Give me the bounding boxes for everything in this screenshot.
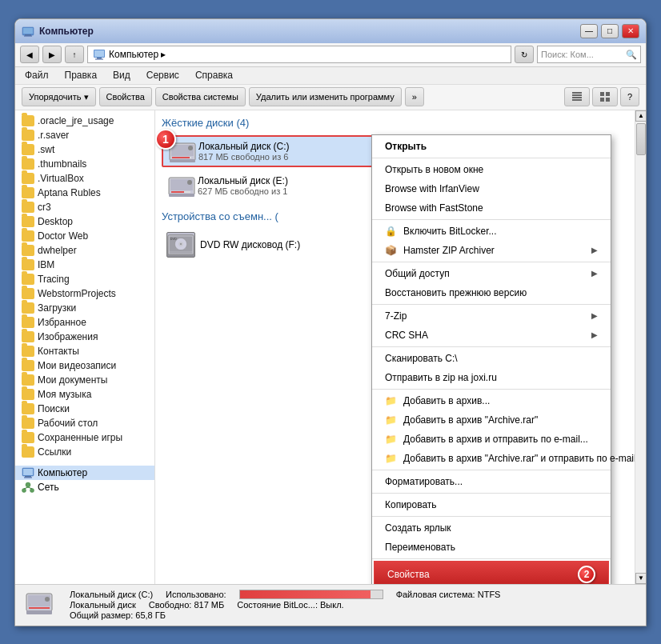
ctx-copy[interactable]: Копировать [372,495,611,514]
ctx-add-archive[interactable]: 📁 Добавить в архив... [372,391,611,410]
sidebar-item-network[interactable]: Сеть [15,480,154,494]
sidebar-item-savedgames[interactable]: Сохраненные игры [15,430,154,445]
ctx-add-archive-rar[interactable]: 📁 Добавить в архив "Archive.rar" [372,410,611,430]
scroll-thumb[interactable] [636,123,646,155]
sidebar-item-cr3[interactable]: cr3 [15,200,154,214]
sidebar-item-webstorm[interactable]: WebstormProjects [15,286,154,301]
status-used-label: Использовано: [166,590,226,599]
svg-rect-15 [606,98,610,102]
sidebar-item-videos[interactable]: Мои видеозаписи [15,358,154,373]
menu-file[interactable]: Файл [22,68,52,82]
ctx-format[interactable]: Форматировать... [372,472,611,491]
sidebar-item-images[interactable]: Изображения [15,330,154,344]
folder-icon [22,245,34,256]
sidebar-item-virtualbox[interactable]: .VirtualBox [15,171,154,186]
up-button[interactable]: ↑ [65,46,84,63]
network-label: Сеть [38,482,59,493]
sidebar-item-downloads[interactable]: Загрузки [15,301,154,315]
sidebar-item-rsaver[interactable]: .r.saver [15,128,154,142]
badge-2: 2 [578,566,595,583]
maximize-button[interactable]: □ [601,24,619,38]
svg-rect-3 [24,35,32,36]
ctx-sep-3 [372,262,611,262]
menu-edit[interactable]: Правка [62,68,101,82]
forward-button[interactable]: ▶ [42,46,62,63]
ctx-7zip[interactable]: 7-Zip ▶ [372,306,611,326]
sidebar-item-oracle[interactable]: .oracle_jre_usage [15,114,154,128]
close-button[interactable]: ✕ [622,24,639,38]
svg-text:DVD: DVD [170,238,177,241]
organize-button[interactable]: Упорядочить ▾ [22,87,96,106]
sidebar-item-doctorweb[interactable]: Doctor Web [15,229,154,243]
ctx-browse-irfan[interactable]: Browse with IrfanView [372,179,611,198]
svg-rect-12 [600,92,604,96]
rar-icon: 📁 [385,414,397,426]
title-bar-controls: — □ ✕ [580,24,639,38]
back-button[interactable]: ◀ [20,46,39,63]
ctx-joxi[interactable]: Отправить в zip на joxi.ru [372,368,611,387]
drive-e-name: Локальный диск (E:) [198,175,288,186]
sidebar-item-ibm[interactable]: IBM [15,258,154,272]
ctx-rename[interactable]: Переименовать [372,538,611,557]
vertical-scrollbar[interactable]: ▲ ▼ [635,110,646,584]
folder-icon [22,317,34,328]
drive-e[interactable]: Локальный диск (E:) 627 МБ свободно из 1 [162,170,394,201]
ctx-browse-fast[interactable]: Browse with FastStone [372,198,611,218]
properties-button[interactable]: Свойства [99,87,152,106]
sidebar-item-tracing[interactable]: Tracing [15,272,154,286]
ctx-crcsha[interactable]: CRC SHA ▶ [372,326,611,345]
minimize-button[interactable]: — [580,24,598,38]
address-input[interactable]: Компьютер ▸ [87,46,511,63]
menu-help[interactable]: Справка [192,68,236,82]
ctx-scan[interactable]: Сканировать C:\ [372,349,611,368]
status-total-label: Общий размер: 65,8 ГБ [70,610,166,620]
sidebar-label: Aptana Rubles [38,187,101,198]
menu-view[interactable]: Вид [110,68,134,82]
toolbar: Упорядочить ▾ Свойства Свойства системы … [15,85,646,110]
scroll-up-button[interactable]: ▲ [635,110,646,122]
ctx-open[interactable]: Открыть [372,137,611,156]
sidebar-item-thumbnails[interactable]: .thumbnails [15,157,154,171]
search-icon: 🔍 [626,50,637,60]
ctx-bitlocker[interactable]: 🔒 Включить BitLocker... [372,222,611,241]
ctx-add-archive-email[interactable]: 📁 Добавить в архив и отправить по e-mail… [372,430,611,449]
sidebar-item-documents[interactable]: Мои документы [15,373,154,387]
sidebar-item-searches[interactable]: Поиски [15,402,154,416]
drive-c[interactable]: Локальный диск (C:) 817 МБ свободно из 6 [162,135,394,167]
sidebar-item-favorites[interactable]: Избранное [15,315,154,330]
sidebar-item-desktop[interactable]: Desktop [15,214,154,229]
ctx-properties[interactable]: Свойства 2 [374,561,609,584]
folder-icon [22,403,34,414]
ctx-add-archive-rar-email[interactable]: 📁 Добавить в архив "Archive.rar" и отпра… [372,449,611,468]
view-details-button[interactable] [564,87,590,106]
refresh-button[interactable]: ↻ [515,46,534,63]
sidebar-item-contacts[interactable]: Контакты [15,344,154,358]
ctx-restore-prev[interactable]: Восстановить прежнюю версию [372,283,611,302]
folder-icon [22,374,34,386]
system-properties-button[interactable]: Свойства системы [155,87,246,106]
sidebar-item-links[interactable]: Ссылки [15,445,154,459]
details-view-icon [571,91,583,102]
ctx-hamster[interactable]: 📦 Hamster ZIP Archiver ▶ [372,241,611,260]
sidebar-item-swt[interactable]: .swt [15,142,154,157]
sidebar-item-music[interactable]: Моя музыка [15,387,154,402]
svg-point-22 [30,488,34,492]
uninstall-button[interactable]: Удалить или изменить программу [249,87,402,106]
status-row-1: Локальный диск (C:) Использовано: Файлов… [70,590,636,599]
more-button[interactable]: » [405,87,424,106]
help-toolbar-button[interactable]: ? [620,87,639,106]
sidebar-item-dwhelper[interactable]: dwhelper [15,243,154,258]
view-tiles-button[interactable] [592,87,618,106]
scroll-down-button[interactable]: ▼ [635,573,646,584]
sidebar-item-aptana[interactable]: Aptana Rubles [15,186,154,200]
svg-rect-11 [572,99,582,101]
sidebar-item-computer[interactable]: Компьютер [15,466,154,480]
sidebar-label: .r.saver [38,130,69,141]
sidebar-item-desktopruss[interactable]: Рабочий стол [15,416,154,430]
search-box[interactable]: Поиск: Ком... 🔍 [537,46,641,63]
ctx-open-new-window[interactable]: Открыть в новом окне [372,160,611,179]
folder-icon [22,158,34,170]
ctx-create-shortcut[interactable]: Создать ярлык [372,518,611,538]
menu-service[interactable]: Сервис [143,68,182,82]
ctx-share[interactable]: Общий доступ ▶ [372,264,611,283]
